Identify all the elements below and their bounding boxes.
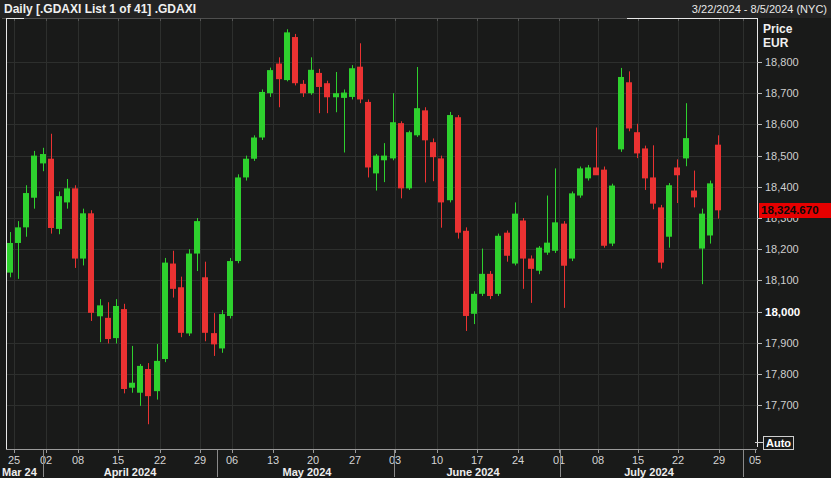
- y-axis-price-label: 18,100: [765, 274, 799, 286]
- candle: [528, 259, 534, 269]
- candle: [284, 32, 290, 80]
- candle: [211, 333, 217, 344]
- candle-wick: [336, 72, 337, 112]
- candle: [56, 196, 62, 229]
- x-axis-tick-label: 06: [226, 454, 238, 466]
- candle: [715, 145, 721, 211]
- candle: [202, 277, 208, 333]
- x-axis-tick-label: 08: [592, 454, 604, 466]
- candle: [88, 213, 94, 313]
- candle: [552, 222, 558, 250]
- candle: [64, 188, 70, 202]
- candle: [463, 231, 469, 316]
- x-axis-tick-label: 15: [632, 454, 644, 466]
- candlestick-chart: 2502081522290613202703101724010815222905…: [0, 0, 831, 478]
- candle: [561, 224, 567, 266]
- y-axis-price-label: 17,800: [765, 368, 799, 380]
- candle: [105, 318, 111, 339]
- month-label: July 2024: [624, 466, 674, 478]
- x-axis-tick-label: 01: [553, 454, 565, 466]
- x-axis-tick-label: 27: [349, 454, 361, 466]
- x-axis-tick-label: 02: [40, 454, 52, 466]
- x-axis-tick-label: 29: [713, 454, 725, 466]
- month-label: April 2024: [104, 466, 157, 478]
- candle: [544, 243, 550, 253]
- x-axis-tick-label: 15: [112, 454, 124, 466]
- candle: [536, 248, 542, 271]
- candle: [251, 138, 257, 159]
- candle: [227, 261, 233, 316]
- candle: [455, 117, 461, 232]
- candle: [381, 156, 387, 161]
- candle: [31, 156, 37, 198]
- x-axis-tick-label: 10: [431, 454, 443, 466]
- candle: [406, 132, 412, 188]
- candle: [707, 183, 713, 235]
- last-price-tag: 18,324.670: [759, 203, 831, 218]
- candle: [113, 306, 119, 338]
- y-axis-price-label: 18,800: [765, 56, 799, 68]
- chart-window: Daily [.GDAXI List 1 of 41] .GDAXI 3/22/…: [0, 0, 831, 478]
- candle: [48, 159, 54, 228]
- candle: [495, 236, 501, 294]
- candle: [259, 92, 265, 138]
- auto-scale-button[interactable]: Auto: [763, 436, 794, 450]
- candle: [618, 77, 624, 149]
- x-axis-tick-label: 17: [471, 454, 483, 466]
- candle: [137, 366, 143, 393]
- candle: [186, 254, 192, 334]
- candle: [512, 214, 518, 264]
- candle: [154, 361, 160, 391]
- candle: [398, 123, 404, 188]
- x-axis-tick-label: 08: [72, 454, 84, 466]
- candle: [683, 138, 689, 158]
- candle: [699, 214, 705, 249]
- candle: [129, 383, 135, 388]
- candle: [219, 314, 225, 348]
- candle: [243, 159, 249, 178]
- candle: [7, 243, 13, 273]
- x-axis-tick-label: 20: [307, 454, 319, 466]
- candle: [15, 227, 21, 243]
- price-axis-title-price: Price: [763, 22, 792, 36]
- candle: [479, 274, 485, 294]
- y-axis-price-label: 18,200: [765, 243, 799, 255]
- candle: [235, 177, 241, 261]
- y-axis-price-label: 17,700: [765, 399, 799, 411]
- month-label: Mar 24: [2, 466, 38, 478]
- x-axis-tick-label: 13: [267, 454, 279, 466]
- candle: [349, 68, 355, 97]
- candle: [145, 369, 151, 396]
- month-label: June 2024: [446, 466, 500, 478]
- candle: [121, 309, 127, 389]
- candle: [666, 185, 672, 236]
- candle-wick: [677, 159, 678, 203]
- candle: [674, 167, 680, 175]
- candle: [292, 37, 298, 83]
- candle: [634, 132, 640, 153]
- x-axis-tick-label: 22: [672, 454, 684, 466]
- candle: [333, 93, 339, 97]
- candle: [80, 213, 86, 258]
- candle: [97, 305, 103, 316]
- x-axis-tick-label: 22: [154, 454, 166, 466]
- candle: [341, 93, 347, 98]
- candle: [601, 170, 607, 246]
- candle: [178, 287, 184, 333]
- candle: [316, 73, 322, 87]
- candle: [373, 156, 379, 174]
- x-axis-tick-label: 29: [194, 454, 206, 466]
- candle: [357, 67, 363, 100]
- candle: [504, 233, 510, 256]
- candle: [267, 70, 273, 93]
- candle: [365, 102, 371, 168]
- month-label: May 2024: [283, 466, 333, 478]
- candle: [642, 148, 648, 178]
- candle: [414, 108, 420, 135]
- y-axis-price-label: 17,900: [765, 337, 799, 349]
- price-axis-title: Price EUR: [763, 22, 792, 50]
- candle: [520, 220, 526, 258]
- candle: [170, 264, 176, 289]
- candle: [422, 110, 428, 140]
- candle: [593, 167, 599, 175]
